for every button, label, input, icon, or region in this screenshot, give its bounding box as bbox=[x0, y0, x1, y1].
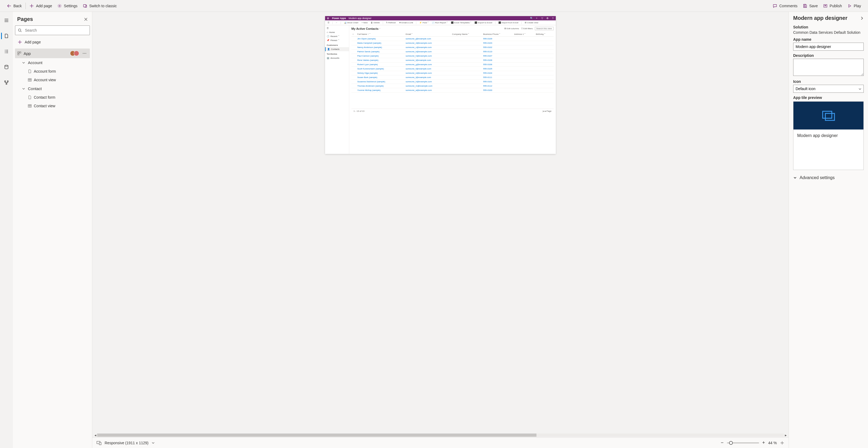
preview-data-grid: ○ Full Name ↑ ˅ Email ˅ Company Name ˅ B… bbox=[351, 32, 554, 93]
nav-recent: 🕑 Recent ˅ bbox=[325, 34, 349, 38]
canvas-viewport[interactable]: ⊞ Power Apps Modern app designer 🔍 + ▽ ⚙… bbox=[92, 12, 788, 433]
play-button[interactable]: Play bbox=[845, 2, 864, 10]
tile-preview-label: App tile preview bbox=[793, 95, 864, 100]
pages-tree: App Account Account form Acco bbox=[15, 49, 90, 110]
switch-classic-label: Switch to classic bbox=[89, 4, 117, 8]
icon-label: Icon bbox=[793, 79, 864, 84]
nav-territories-section: Territories bbox=[325, 51, 349, 56]
add-page-row[interactable]: Add page bbox=[15, 37, 90, 47]
app-preview-frame: ⊞ Power Apps Modern app designer 🔍 + ▽ ⚙… bbox=[325, 16, 556, 154]
tree-item-account-view[interactable]: Account view bbox=[15, 75, 90, 84]
svg-rect-14 bbox=[28, 78, 31, 81]
settings-label: Settings bbox=[64, 4, 78, 8]
advanced-settings-toggle[interactable]: Advanced settings bbox=[793, 175, 864, 180]
scroll-track[interactable] bbox=[97, 434, 784, 437]
settings-button[interactable]: Settings bbox=[55, 2, 80, 10]
nav-pinned: 📌 Pinned ˅ bbox=[325, 38, 349, 42]
svg-point-5 bbox=[7, 81, 8, 82]
properties-title: Modern app designer bbox=[793, 15, 847, 21]
waffle-icon: ⊞ bbox=[327, 17, 330, 20]
back-button[interactable]: Back bbox=[4, 2, 24, 10]
nav-hamburger: ☰ bbox=[325, 26, 349, 30]
comments-button[interactable]: Comments bbox=[770, 2, 800, 10]
tile-app-name: Modern app designer bbox=[797, 133, 838, 138]
gear-icon: ⚙ bbox=[546, 17, 549, 20]
chevron-down-icon bbox=[793, 176, 797, 180]
chevron-down-icon[interactable] bbox=[152, 441, 155, 445]
tree-item-contact-form[interactable]: Contact form bbox=[15, 93, 90, 102]
hamburger-menu-button[interactable] bbox=[1, 15, 12, 26]
chevron-right-icon bbox=[860, 17, 864, 20]
filter-icon: ▽ bbox=[541, 17, 544, 20]
search-icon bbox=[18, 28, 22, 32]
database-icon bbox=[4, 65, 9, 69]
close-panel-button[interactable] bbox=[84, 18, 88, 21]
collapse-panel-button[interactable] bbox=[860, 17, 864, 20]
zoom-in-button[interactable]: + bbox=[762, 440, 765, 446]
scroll-left-icon[interactable]: ◂ bbox=[93, 433, 97, 437]
svg-point-4 bbox=[5, 81, 6, 82]
tree-item-account[interactable]: Account bbox=[15, 58, 90, 67]
rail-pages-button[interactable] bbox=[1, 31, 12, 41]
responsive-label[interactable]: Responsive (1911 x 1129) bbox=[104, 441, 148, 445]
icon-select[interactable] bbox=[793, 85, 864, 93]
search-icon: 🔍 bbox=[530, 17, 533, 20]
add-page-button[interactable]: Add page bbox=[27, 2, 55, 10]
zoom-out-button[interactable]: − bbox=[721, 440, 724, 446]
play-icon bbox=[847, 4, 851, 8]
solution-label: Solution bbox=[793, 25, 864, 29]
table-row: Nancy Anderson (sample)someone_c@example… bbox=[351, 45, 554, 50]
app-name-label: App name bbox=[793, 37, 864, 41]
scroll-thumb[interactable] bbox=[97, 434, 536, 437]
table-row: Jim Glynn (sample)someone_j@example.com5… bbox=[351, 37, 554, 41]
rail-data-button[interactable] bbox=[1, 62, 12, 72]
rail-navigation-button[interactable] bbox=[1, 46, 12, 57]
grid-icon bbox=[28, 78, 32, 82]
app-name-input[interactable] bbox=[793, 43, 864, 51]
fit-to-screen-icon[interactable] bbox=[780, 441, 784, 445]
publish-button[interactable]: Publish bbox=[820, 2, 845, 10]
table-row: Susan Burk (sample)someone_l@example.com… bbox=[351, 75, 554, 79]
app-icon bbox=[17, 51, 22, 56]
cmd-flow: ⚡ Flow ˅ bbox=[418, 21, 429, 24]
tree-item-account-form[interactable]: Account form bbox=[15, 67, 90, 75]
horizontal-scrollbar[interactable]: ◂ ▸ bbox=[92, 433, 788, 437]
tree-item-label: Contact form bbox=[34, 95, 55, 99]
pages-search-input[interactable] bbox=[15, 26, 90, 35]
properties-panel: Modern app designer Solution Common Data… bbox=[788, 12, 868, 448]
zoom-knob[interactable] bbox=[729, 441, 733, 445]
grid-icon bbox=[28, 104, 32, 108]
svg-rect-1 bbox=[84, 5, 86, 7]
form-icon bbox=[28, 69, 32, 73]
tree-item-app[interactable]: App bbox=[15, 49, 90, 58]
chevron-down-icon bbox=[22, 61, 26, 65]
tree-item-contact[interactable]: Contact bbox=[15, 84, 90, 93]
table-row: Paul Cannon (sample)someone_h@example.co… bbox=[351, 54, 554, 58]
scroll-right-icon[interactable]: ▸ bbox=[784, 433, 787, 437]
close-icon bbox=[84, 18, 88, 21]
cmd-refresh: ↻ Refresh bbox=[385, 21, 397, 24]
switch-classic-button[interactable]: Switch to classic bbox=[80, 2, 120, 10]
top-command-bar: Back Add page Settings Switch to classic… bbox=[0, 0, 868, 12]
add-page-row-label: Add page bbox=[25, 40, 41, 44]
app-tile-icon bbox=[821, 110, 836, 121]
save-button[interactable]: Save bbox=[800, 2, 820, 10]
tree-icon bbox=[4, 49, 9, 54]
rail-automation-button[interactable] bbox=[1, 77, 12, 88]
gear-icon bbox=[57, 4, 62, 8]
solution-value: Common Data Services Default Solution bbox=[793, 30, 864, 35]
left-icon-rail bbox=[0, 12, 13, 448]
tree-item-more-button[interactable] bbox=[81, 51, 88, 56]
chevron-down-icon bbox=[858, 87, 862, 91]
save-icon bbox=[803, 4, 807, 8]
nav-home: ⌂ Home bbox=[325, 30, 349, 34]
description-textarea[interactable] bbox=[793, 59, 864, 76]
tree-item-contact-view[interactable]: Contact view bbox=[15, 102, 90, 110]
edit-columns: ⊞ Edit columns bbox=[504, 27, 519, 30]
table-row: Yvonne McKay (sample)someone_a@example.c… bbox=[351, 88, 554, 93]
pages-panel: Pages Add page App bbox=[13, 12, 92, 448]
zoom-slider[interactable] bbox=[727, 442, 759, 443]
tree-item-label: Account bbox=[28, 60, 42, 65]
play-label: Play bbox=[854, 4, 861, 8]
table-row: Thomas Andersen (sample)someone_m@exampl… bbox=[351, 84, 554, 88]
